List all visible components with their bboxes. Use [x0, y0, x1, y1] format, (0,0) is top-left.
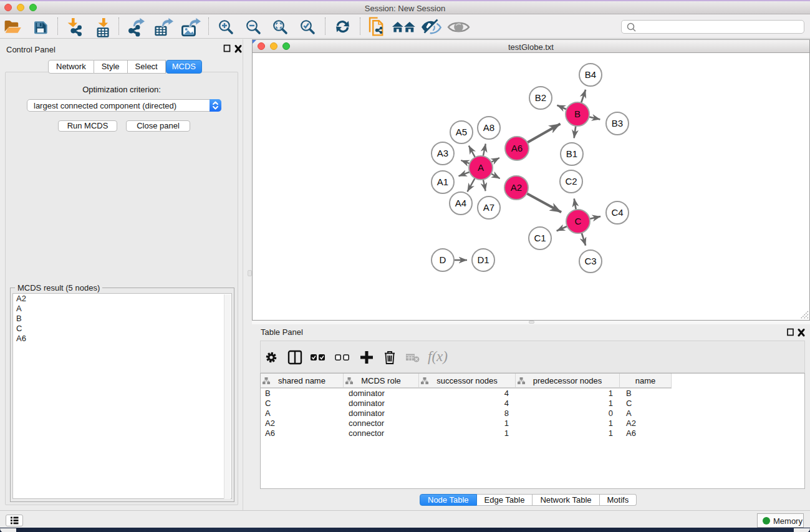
svg-text:A2: A2	[511, 182, 522, 193]
svg-text:A3: A3	[437, 148, 448, 158]
svg-text:B3: B3	[612, 118, 623, 128]
svg-text:A1: A1	[437, 177, 448, 187]
svg-text:A6: A6	[511, 143, 523, 153]
svg-text:C3: C3	[584, 256, 596, 266]
svg-text:B4: B4	[585, 69, 596, 80]
svg-text:C4: C4	[611, 207, 623, 218]
svg-text:A7: A7	[483, 202, 494, 213]
svg-text:A8: A8	[483, 122, 494, 133]
svg-text:A4: A4	[455, 198, 466, 208]
svg-text:D1: D1	[477, 254, 489, 265]
svg-text:A: A	[478, 162, 484, 173]
svg-text:C2: C2	[565, 176, 577, 186]
svg-text:B2: B2	[535, 92, 546, 103]
svg-text:C1: C1	[534, 233, 546, 243]
svg-text:B1: B1	[566, 148, 577, 159]
svg-text:B: B	[574, 109, 581, 119]
svg-text:C: C	[575, 216, 582, 226]
svg-text:A5: A5	[456, 127, 467, 137]
svg-text:D: D	[440, 254, 446, 265]
